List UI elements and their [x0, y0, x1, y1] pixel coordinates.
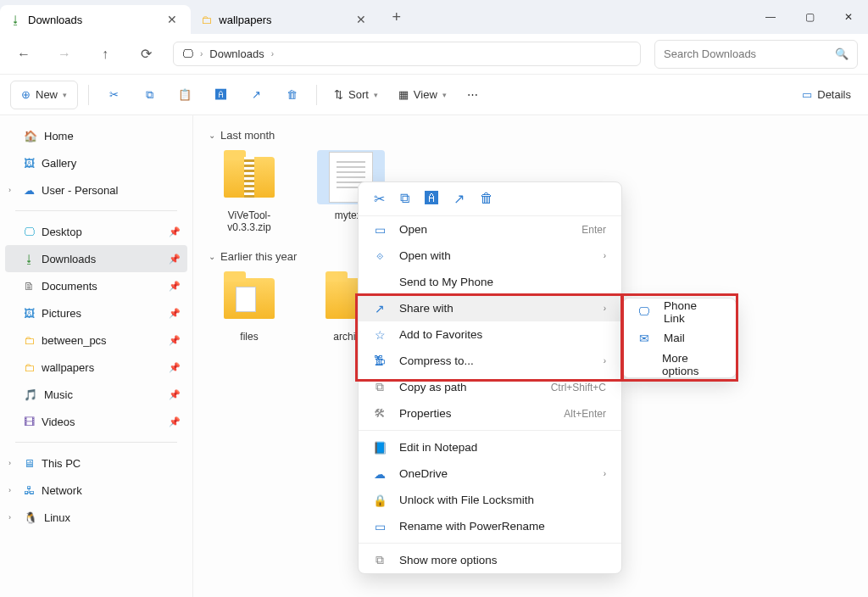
- new-button[interactable]: ⊕ New ▾: [10, 81, 78, 109]
- ctx-send-to-phone[interactable]: Send to My Phone: [359, 269, 621, 295]
- folder-icon: 🗀: [24, 334, 35, 347]
- copy-button[interactable]: ⧉: [400, 191, 409, 207]
- sidebar-item-label: Pictures: [42, 307, 81, 320]
- sidebar-item-gallery[interactable]: 🖼 Gallery: [5, 149, 187, 176]
- file-name: ViVeTool-v0.3.3.zip: [209, 209, 290, 233]
- close-icon[interactable]: ✕: [353, 11, 370, 28]
- ctx-copy-path[interactable]: ⧉ Copy as path Ctrl+Shift+C: [359, 374, 621, 400]
- copy-button[interactable]: ⧉: [135, 81, 164, 109]
- minimize-button[interactable]: —: [751, 0, 790, 34]
- search-input[interactable]: Search Downloads 🔍: [654, 40, 858, 69]
- ctx-edit-notepad[interactable]: 📘 Edit in Notepad: [359, 434, 621, 460]
- sidebar-item-home[interactable]: 🏠 Home: [5, 122, 187, 149]
- breadcrumb[interactable]: 🖵 › Downloads ›: [173, 42, 641, 66]
- submenu-mail[interactable]: ✉ Mail: [623, 325, 736, 351]
- ctx-label: Show more options: [399, 554, 498, 566]
- sidebar-item-documents[interactable]: 🗎 Documents 📌: [5, 272, 187, 299]
- monitor-icon: 🖵: [182, 47, 193, 60]
- ctx-onedrive[interactable]: ☁ OneDrive ›: [359, 460, 621, 487]
- sidebar-item-music[interactable]: 🎵 Music 📌: [5, 381, 187, 408]
- phone-icon: 🖵: [637, 305, 652, 318]
- network-icon: 🖧: [24, 484, 35, 497]
- ctx-compress-to[interactable]: 🗜 Compress to... ›: [359, 348, 621, 374]
- share-button[interactable]: ↗: [453, 191, 465, 207]
- file-item-zip[interactable]: ViVeTool-v0.3.3.zip: [209, 150, 290, 233]
- lock-icon: 🔒: [372, 494, 387, 507]
- chevron-right-icon: ›: [8, 186, 11, 194]
- properties-icon: 🛠: [372, 407, 387, 420]
- tab-downloads[interactable]: ⭳ Downloads ✕: [0, 5, 191, 34]
- trash-icon: 🗑: [480, 191, 493, 205]
- sidebar-item-linux[interactable]: › 🐧 Linux: [5, 504, 187, 531]
- sidebar-item-wallpapers[interactable]: 🗀 wallpapers 📌: [5, 354, 187, 381]
- refresh-button[interactable]: ⟳: [132, 41, 159, 68]
- folder-item-files[interactable]: files: [209, 271, 290, 343]
- sidebar-item-user-personal[interactable]: › ☁ User - Personal: [5, 176, 187, 204]
- star-icon: ☆: [372, 328, 387, 342]
- openwith-icon: ⟐: [372, 249, 387, 262]
- chevron-down-icon: ⌄: [209, 131, 215, 140]
- home-icon: 🏠: [24, 130, 37, 142]
- delete-button[interactable]: 🗑: [480, 191, 493, 207]
- sidebar-item-network[interactable]: › 🖧 Network: [5, 477, 187, 504]
- address-bar: ← → ↑ ⟳ 🖵 › Downloads › Search Downloads…: [0, 34, 868, 75]
- submenu-phone-link[interactable]: 🖵 Phone Link: [623, 298, 736, 325]
- compress-icon: 🗜: [372, 354, 387, 367]
- new-tab-button[interactable]: +: [380, 8, 413, 26]
- close-icon[interactable]: ✕: [164, 11, 181, 28]
- ctx-open-with[interactable]: ⟐ Open with ›: [359, 243, 621, 269]
- sidebar-item-videos[interactable]: 🎞 Videos 📌: [5, 408, 187, 435]
- separator: [359, 430, 621, 431]
- ctx-label: Open: [399, 223, 427, 236]
- delete-button[interactable]: 🗑: [277, 81, 306, 109]
- group-header-last-month[interactable]: ⌄ Last month: [209, 129, 853, 142]
- ctx-label: Unlock with File Locksmith: [399, 494, 534, 506]
- ctx-share-with[interactable]: ↗ Share with ›: [359, 295, 621, 321]
- rename-button[interactable]: 🅰: [206, 81, 235, 109]
- more-button[interactable]: ⋯: [460, 81, 485, 109]
- sidebar-item-downloads[interactable]: ⭳ Downloads 📌: [5, 245, 187, 272]
- cut-button[interactable]: ✂: [374, 191, 385, 207]
- rename-button[interactable]: 🅰: [425, 191, 438, 207]
- copy-icon: ⧉: [400, 191, 409, 205]
- cut-button[interactable]: ✂: [99, 81, 128, 109]
- tab-wallpapers[interactable]: 🗀 wallpapers ✕: [191, 5, 380, 34]
- ctx-powerrename[interactable]: ▭ Rename with PowerRename: [359, 513, 621, 539]
- paste-button[interactable]: 📋: [170, 81, 199, 109]
- up-button[interactable]: ↑: [92, 41, 119, 68]
- context-menu: ✂ ⧉ 🅰 ↗ 🗑 ▭ Open Enter ⟐ Open with › Sen…: [358, 181, 622, 574]
- chevron-down-icon: ▾: [374, 91, 378, 99]
- sidebar-item-pictures[interactable]: 🖼 Pictures 📌: [5, 299, 187, 326]
- pin-icon: 📌: [169, 281, 181, 292]
- maximize-button[interactable]: ▢: [790, 0, 829, 34]
- ctx-open[interactable]: ▭ Open Enter: [359, 216, 621, 243]
- view-button[interactable]: ▦ View ▾: [392, 81, 453, 109]
- documents-icon: 🗎: [24, 280, 35, 293]
- download-icon: ⭳: [24, 253, 35, 265]
- file-name: files: [209, 331, 290, 343]
- pc-icon: 🖥: [24, 457, 35, 470]
- ctx-properties[interactable]: 🛠 Properties Alt+Enter: [359, 400, 621, 427]
- chevron-right-icon: ›: [8, 513, 11, 522]
- forward-button[interactable]: →: [51, 41, 78, 68]
- sidebar-item-label: Home: [44, 130, 74, 142]
- divider: [15, 210, 177, 211]
- sidebar-item-between-pcs[interactable]: 🗀 between_pcs 📌: [5, 326, 187, 354]
- ctx-show-more[interactable]: ⧉ Show more options: [359, 547, 621, 573]
- details-button[interactable]: ▭ Details: [795, 81, 858, 109]
- ctx-add-favorites[interactable]: ☆ Add to Favorites: [359, 321, 621, 348]
- sidebar-item-this-pc[interactable]: › 🖥 This PC: [5, 449, 187, 477]
- music-icon: 🎵: [24, 388, 37, 401]
- sidebar-item-desktop[interactable]: 🖵 Desktop 📌: [5, 218, 187, 245]
- separator: [359, 543, 621, 544]
- sort-button[interactable]: ⇅ Sort ▾: [327, 81, 385, 109]
- share-button[interactable]: ↗: [242, 81, 270, 109]
- ctx-file-locksmith[interactable]: 🔒 Unlock with File Locksmith: [359, 487, 621, 513]
- back-button[interactable]: ←: [10, 41, 37, 68]
- tab-label: wallpapers: [219, 14, 271, 26]
- sidebar-item-label: between_pcs: [42, 334, 107, 347]
- sidebar-item-label: This PC: [42, 457, 81, 470]
- close-button[interactable]: ✕: [829, 0, 868, 34]
- chevron-right-icon: ›: [271, 49, 274, 59]
- submenu-more-options[interactable]: More options: [623, 351, 736, 377]
